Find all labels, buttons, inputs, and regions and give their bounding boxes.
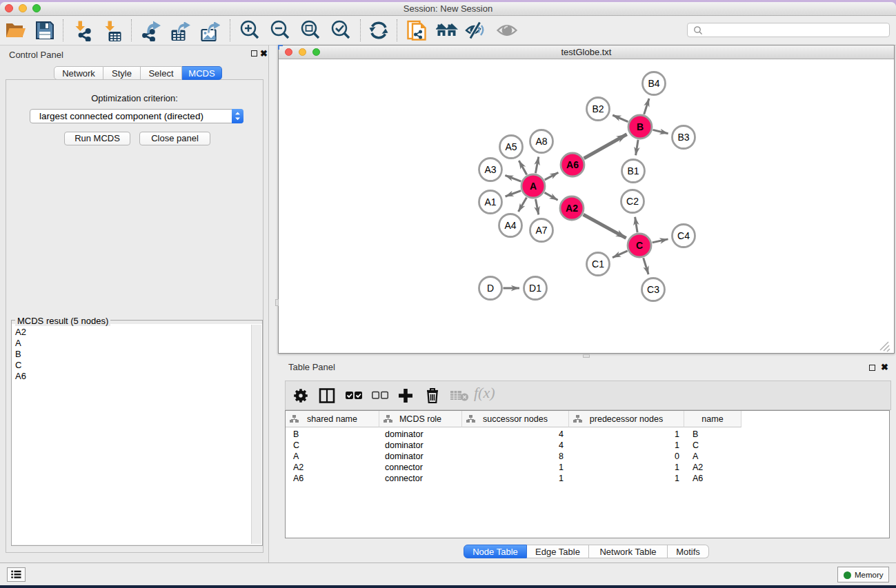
svg-text:D: D bbox=[487, 283, 494, 294]
svg-text:C: C bbox=[636, 240, 643, 251]
svg-text:B3: B3 bbox=[677, 132, 689, 143]
svg-text:D1: D1 bbox=[529, 283, 541, 294]
svg-text:A5: A5 bbox=[505, 141, 517, 152]
svg-text:C3: C3 bbox=[647, 284, 659, 295]
svg-text:C2: C2 bbox=[626, 196, 639, 207]
svg-text:A8: A8 bbox=[535, 136, 547, 147]
svg-text:B1: B1 bbox=[627, 165, 639, 176]
svg-text:C1: C1 bbox=[592, 258, 604, 270]
svg-text:B4: B4 bbox=[648, 78, 659, 89]
svg-text:A3: A3 bbox=[484, 164, 496, 175]
svg-text:A6: A6 bbox=[566, 159, 579, 170]
svg-text:A: A bbox=[530, 181, 537, 192]
svg-text:C4: C4 bbox=[677, 230, 690, 241]
svg-text:A4: A4 bbox=[504, 220, 516, 231]
svg-text:A2: A2 bbox=[566, 203, 578, 214]
svg-text:A7: A7 bbox=[535, 225, 547, 236]
svg-text:B: B bbox=[637, 121, 644, 132]
svg-text:B2: B2 bbox=[592, 103, 604, 114]
svg-text:A1: A1 bbox=[484, 196, 496, 207]
